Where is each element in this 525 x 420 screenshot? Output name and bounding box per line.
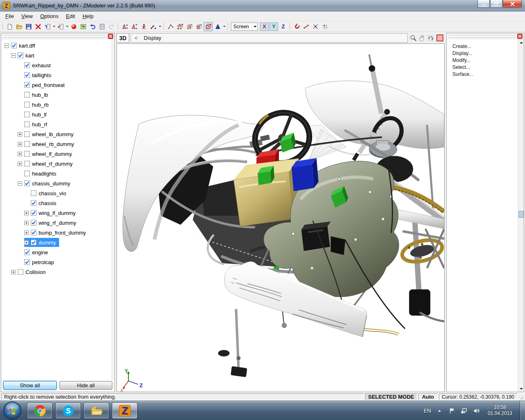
cube-edges-button[interactable] <box>185 22 194 31</box>
import-file-dropdown-icon[interactable] <box>52 22 56 31</box>
axis-y-button[interactable]: Y <box>269 23 278 31</box>
animation-mode-button[interactable] <box>139 22 148 31</box>
import-file-button[interactable] <box>43 22 52 31</box>
menu-view[interactable]: View <box>18 12 37 21</box>
texture-browser-button[interactable] <box>78 22 88 31</box>
minimize-button[interactable] <box>477 0 490 8</box>
tree-item-wing_rf_dummy[interactable]: wing_rf_dummy <box>1 218 112 228</box>
lod-decrease-button[interactable] <box>130 22 139 31</box>
viewport-tab-display[interactable]: Display <box>144 35 162 41</box>
menu-options[interactable]: Options <box>37 12 62 21</box>
scroll-up-button[interactable] <box>518 40 524 45</box>
tree-item-dummy[interactable]: dummy <box>1 237 112 247</box>
visibility-checkbox[interactable] <box>24 82 30 88</box>
undo-button[interactable] <box>88 22 97 31</box>
rotate-view-icon[interactable] <box>427 34 434 42</box>
visibility-checkbox[interactable] <box>31 230 37 235</box>
tree-item-taillights[interactable]: taillights <box>1 70 112 80</box>
expand-expander-icon[interactable] <box>18 132 23 137</box>
tray-expand-icon[interactable] <box>436 407 443 414</box>
tree-item-hub_lb[interactable]: hub_lb <box>1 90 112 100</box>
collapse-expander-icon[interactable] <box>18 181 23 186</box>
tree-item-kart.dff[interactable]: kart.dff <box>1 41 112 50</box>
tray-network-icon[interactable] <box>461 407 468 414</box>
command-modify[interactable]: Modify... <box>452 57 518 64</box>
taskbar-zmodeler-button[interactable]: ZZ <box>112 402 137 419</box>
view-mode-button[interactable]: 3D <box>116 33 129 43</box>
export-file-button[interactable] <box>56 22 65 31</box>
viewport-maximize-button[interactable] <box>436 34 443 41</box>
expand-expander-icon[interactable] <box>24 211 30 215</box>
material-editor-button[interactable] <box>69 22 78 31</box>
cube-objects-button[interactable] <box>203 22 213 31</box>
3d-viewport[interactable]: Y Z x <box>116 43 445 392</box>
tree-item-bump_front_dummy[interactable]: bump_front_dummy <box>1 228 112 237</box>
taskbar-chrome-button[interactable] <box>27 402 52 419</box>
save-file-button[interactable] <box>24 22 33 31</box>
scroll-down-button[interactable] <box>518 386 524 391</box>
tree-scrollbar[interactable] <box>112 39 114 380</box>
skeleton-tools-dropdown-icon[interactable] <box>158 22 162 31</box>
tree-item-kart[interactable]: kart <box>1 50 112 60</box>
command-surface[interactable]: Surface... <box>452 71 518 78</box>
menu-file[interactable]: File <box>2 12 18 21</box>
cube-faces-button[interactable] <box>194 22 203 31</box>
tree-item-headlights[interactable]: headlights <box>1 169 112 178</box>
expand-expander-icon[interactable] <box>24 221 30 225</box>
show-all-button[interactable]: Show all <box>3 381 57 390</box>
snap-magnet-button[interactable] <box>292 22 301 31</box>
snap-vertices-button[interactable] <box>301 22 311 31</box>
tree-item-Collision[interactable]: Collision <box>1 267 112 277</box>
normals-display-button[interactable] <box>213 22 222 31</box>
tree-panel-close-button[interactable] <box>108 34 114 39</box>
close-button[interactable] <box>503 0 522 8</box>
visibility-checkbox[interactable] <box>31 210 37 216</box>
skeleton-tools-button[interactable] <box>148 22 158 31</box>
open-file-button[interactable] <box>14 22 24 31</box>
zoom-view-icon[interactable] <box>410 34 417 42</box>
tree-item-engine[interactable]: engine <box>1 247 112 257</box>
expand-expander-icon[interactable] <box>11 270 17 274</box>
normals-display-dropdown-icon[interactable] <box>222 22 226 31</box>
export-file-dropdown-icon[interactable] <box>65 22 69 31</box>
vertices-level-button[interactable] <box>166 22 175 31</box>
command-panel-close-button[interactable] <box>517 34 523 39</box>
tree-item-hub_rb[interactable]: hub_rb <box>1 100 112 110</box>
tree-item-hub_rf[interactable]: hub_rf <box>1 119 112 129</box>
visibility-checkbox[interactable] <box>24 141 30 147</box>
expand-expander-icon[interactable] <box>24 231 30 235</box>
snap-grid-button[interactable] <box>320 22 330 31</box>
command-panel-drag-handle[interactable] <box>447 33 524 39</box>
menu-help[interactable]: Help <box>79 12 97 21</box>
tree-item-exhaust[interactable]: exhaust <box>1 60 112 70</box>
scroll-thumb[interactable] <box>518 211 524 218</box>
scene-notes-button[interactable] <box>97 22 107 31</box>
snap-edges-button[interactable] <box>311 22 320 31</box>
restore-button[interactable] <box>490 0 502 8</box>
command-panel-scrollbar[interactable] <box>518 39 524 392</box>
visibility-checkbox[interactable] <box>24 121 30 127</box>
tree-item-petrolcap[interactable]: petrolcap <box>1 257 112 267</box>
visibility-checkbox[interactable] <box>24 102 30 107</box>
tree-item-ped_frontseat[interactable]: ped_frontseat <box>1 80 112 90</box>
tree-item-wheel_rb_dummy[interactable]: wheel_rb_dummy <box>1 139 112 149</box>
expand-expander-icon[interactable] <box>18 142 23 146</box>
collapse-expander-icon[interactable] <box>11 53 17 58</box>
visibility-checkbox[interactable] <box>24 151 30 157</box>
tree-item-hub_lf[interactable]: hub_lf <box>1 110 112 119</box>
visibility-checkbox[interactable] <box>24 249 30 255</box>
visibility-checkbox[interactable] <box>24 92 30 98</box>
history-back-button[interactable]: < <box>135 35 138 41</box>
delete-selection-button[interactable] <box>33 22 43 31</box>
tray-language[interactable]: EN <box>424 408 431 414</box>
start-button[interactable] <box>2 402 22 420</box>
expand-expander-icon[interactable] <box>18 162 23 166</box>
tree-item-wheel_lf_dummy[interactable]: wheel_lf_dummy <box>1 149 112 159</box>
tree-item-chassis_vlo[interactable]: chassis_vlo <box>1 188 112 198</box>
tray-clock[interactable]: 10:58 01.04.2013 <box>488 404 512 417</box>
hide-all-button[interactable]: Hide all <box>59 381 113 390</box>
visibility-checkbox[interactable] <box>24 259 30 265</box>
expand-expander-icon[interactable] <box>24 240 30 245</box>
visibility-checkbox[interactable] <box>31 220 37 226</box>
taskbar-explorer-button[interactable] <box>84 402 109 419</box>
